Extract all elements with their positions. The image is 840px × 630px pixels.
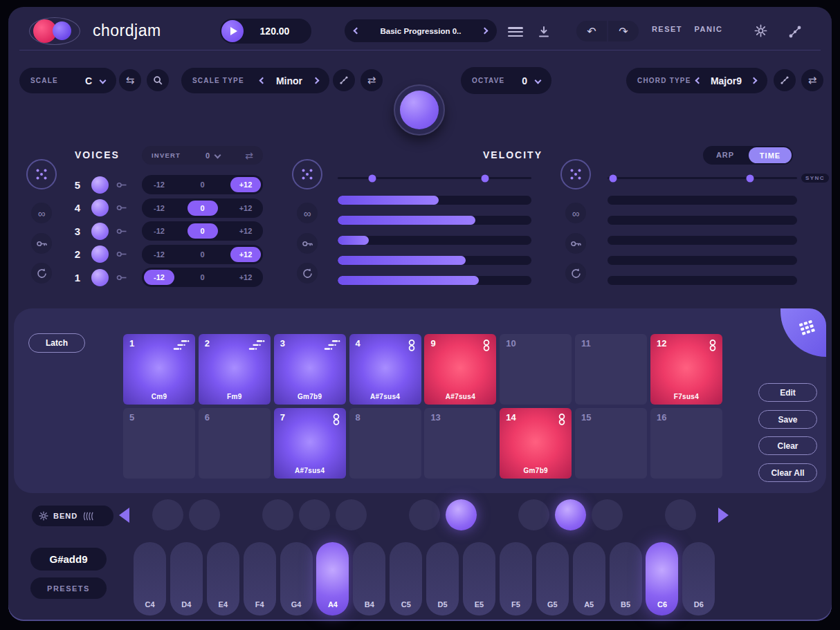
pad[interactable]: 1Cm9 [123, 334, 195, 405]
bend-control[interactable]: BEND [32, 506, 113, 526]
time-bar[interactable] [608, 216, 797, 225]
offset-option[interactable]: 0 [188, 247, 218, 262]
pad[interactable]: 11 [575, 334, 647, 405]
scale-type-prev-icon[interactable] [259, 77, 266, 84]
redo-button[interactable]: ↷ [608, 21, 639, 41]
time-bar[interactable] [608, 256, 797, 265]
edit-button[interactable]: Edit [758, 383, 817, 402]
arp-tab[interactable]: ARP [703, 146, 747, 165]
velocity-bar[interactable] [338, 276, 531, 285]
voice-offset-selector[interactable]: -12 0 +12 [142, 245, 263, 264]
pad[interactable]: 3Gm7b9 [274, 334, 346, 405]
pad[interactable]: 12F7sus4 [650, 334, 722, 405]
bpm-value[interactable]: 120.00 [244, 26, 306, 37]
offset-option[interactable]: -12 [144, 247, 174, 262]
time-infinity-button[interactable]: ∞ [565, 203, 586, 223]
chord-type-select[interactable]: CHORD TYPE Major9 [626, 68, 767, 93]
pad[interactable]: 10 [500, 334, 572, 405]
pad[interactable]: 6 [199, 408, 271, 479]
scale-type-next-icon[interactable] [313, 77, 320, 84]
keyboard-scroll-right-arrow[interactable] [718, 508, 729, 523]
slider-handle[interactable] [369, 174, 376, 182]
settings-gear-icon[interactable] [754, 24, 767, 40]
slider-handle[interactable] [610, 174, 617, 182]
latch-button[interactable]: Latch [28, 333, 85, 353]
pad[interactable]: 9A#7sus4 [424, 334, 496, 405]
voice-link-icon[interactable] [116, 250, 128, 259]
chord-type-prev-icon[interactable] [695, 77, 702, 84]
white-key[interactable]: D5 [426, 542, 459, 615]
black-key[interactable] [299, 499, 330, 530]
white-key[interactable]: A5 [573, 542, 605, 615]
offset-option[interactable]: 0 [188, 177, 218, 192]
offset-option[interactable]: +12 [230, 201, 261, 216]
white-key[interactable]: B5 [610, 542, 642, 615]
offset-option[interactable]: 0 [188, 223, 218, 239]
save-button[interactable]: Save [758, 410, 817, 429]
pad[interactable]: 15 [575, 408, 647, 479]
white-key[interactable]: E4 [207, 542, 239, 615]
offset-option[interactable]: -12 [144, 201, 174, 216]
time-randomize-button[interactable] [560, 159, 591, 189]
offset-option[interactable]: +12 [230, 223, 261, 239]
black-key[interactable] [446, 499, 477, 530]
clear-all-button[interactable]: Clear All [758, 463, 817, 482]
voices-loop-button[interactable] [31, 263, 52, 284]
undo-button[interactable]: ↶ [576, 21, 607, 41]
black-key[interactable] [409, 499, 440, 530]
white-key[interactable]: D6 [682, 542, 715, 615]
voice-link-icon[interactable] [116, 203, 128, 212]
voice-offset-selector[interactable]: -12 0 +12 [142, 268, 263, 287]
time-lock-key-button[interactable] [565, 233, 586, 254]
black-key[interactable] [665, 499, 696, 530]
pad[interactable]: 4A#7sus4 [349, 334, 421, 405]
octave-select[interactable]: OCTAVE 0 [461, 67, 551, 94]
offset-option[interactable]: 0 [188, 201, 218, 216]
time-range-slider[interactable] [608, 177, 797, 179]
velocity-loop-button[interactable] [297, 263, 318, 284]
chord-type-shuffle-button[interactable]: ⇄ [801, 69, 823, 91]
main-morph-knob[interactable] [394, 84, 445, 136]
preset-next-icon[interactable] [482, 28, 489, 35]
voice-toggle[interactable] [91, 223, 109, 240]
offset-option[interactable]: -12 [144, 270, 174, 285]
white-key[interactable]: A4 [316, 542, 349, 615]
white-key[interactable]: E5 [463, 542, 495, 615]
pad[interactable]: 2Fm9 [199, 334, 271, 405]
invert-control[interactable]: INVERT 0 ⇄ [142, 146, 263, 165]
voice-toggle[interactable] [91, 269, 109, 286]
scale-search-button[interactable] [147, 69, 169, 91]
black-key[interactable] [262, 499, 293, 530]
slider-handle[interactable] [746, 174, 754, 182]
white-key[interactable]: C6 [646, 542, 678, 615]
time-bar[interactable] [608, 196, 797, 205]
pad[interactable]: 8 [349, 408, 421, 479]
black-key[interactable] [555, 499, 586, 530]
offset-option[interactable]: -12 [144, 223, 174, 239]
time-bar[interactable] [608, 236, 797, 245]
voices-infinity-button[interactable]: ∞ [31, 203, 52, 223]
offset-option[interactable]: +12 [230, 270, 261, 285]
white-key[interactable]: B4 [353, 542, 385, 615]
velocity-bar[interactable] [338, 236, 531, 245]
scale-type-select[interactable]: SCALE TYPE Minor [181, 68, 329, 93]
keyboard-scroll-left-arrow[interactable] [119, 508, 129, 523]
offset-option[interactable]: 0 [188, 270, 218, 285]
white-key[interactable]: G5 [536, 542, 569, 615]
white-key[interactable]: F5 [500, 542, 532, 615]
voice-toggle[interactable] [91, 245, 109, 263]
panic-button[interactable]: PANIC [681, 25, 736, 33]
sync-toggle[interactable]: SYNC [801, 174, 829, 183]
invert-shuffle-icon[interactable]: ⇄ [245, 150, 253, 161]
black-key[interactable] [189, 499, 220, 530]
velocity-bar[interactable] [338, 196, 531, 205]
velocity-infinity-button[interactable]: ∞ [297, 203, 318, 223]
time-tab[interactable]: TIME [749, 147, 792, 163]
patch-nodes-icon[interactable] [788, 25, 802, 41]
white-key[interactable]: F4 [244, 542, 276, 615]
velocity-randomize-button[interactable] [292, 159, 322, 189]
download-icon[interactable] [537, 25, 551, 41]
time-bar[interactable] [608, 276, 797, 285]
voice-offset-selector[interactable]: -12 0 +12 [142, 221, 263, 241]
pad[interactable]: 5 [123, 408, 195, 479]
